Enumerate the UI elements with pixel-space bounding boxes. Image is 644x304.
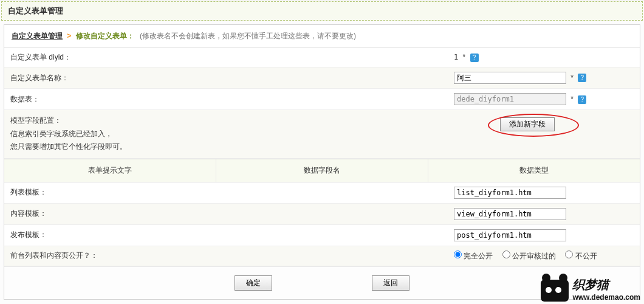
breadcrumb-separator-icon: > — [64, 32, 74, 40]
main-panel: 自定义表单管理 > 修改自定义表单： (修改表名不会创建新表，如果您不懂手工处理… — [4, 24, 640, 300]
required-star: * — [461, 53, 468, 61]
breadcrumb: 自定义表单管理 > 修改自定义表单： (修改表名不会创建新表，如果您不懂手工处理… — [4, 25, 640, 48]
ok-button[interactable]: 确定 — [235, 275, 272, 291]
table-label: 数据表： — [4, 89, 448, 110]
col-header-datatype: 数据类型 — [428, 159, 640, 182]
watermark-url: www.dedemao.com — [572, 293, 640, 302]
list-tpl-label: 列表模板： — [4, 182, 448, 204]
page-header-panel: 自定义表单管理 — [1, 1, 643, 21]
post-tpl-input[interactable] — [454, 229, 566, 241]
public-radio-none[interactable] — [565, 250, 573, 258]
breadcrumb-link[interactable]: 自定义表单管理 — [12, 32, 63, 40]
watermark: 织梦猫 www.dedemao.com — [541, 277, 640, 302]
cat-logo-icon — [541, 280, 569, 302]
public-option-none[interactable]: 不公开 — [565, 252, 597, 260]
public-radio-audited[interactable] — [502, 250, 510, 258]
public-radio-full[interactable] — [454, 250, 462, 258]
form-table: 自定义表单 diyid： 1 * ? 自定义表单名称： * ? 数据表： — [4, 48, 640, 159]
template-table: 列表模板： 内容模板： 发布模板： 前台列表和内容页公开？： 完全公开 公开审核… — [4, 182, 640, 266]
help-icon[interactable]: ? — [578, 74, 586, 82]
help-icon[interactable]: ? — [470, 54, 479, 62]
breadcrumb-note: (修改表名不会创建新表，如果您不懂手工处理这些表，请不要更改) — [136, 32, 356, 40]
col-header-prompt: 表单提示文字 — [4, 159, 216, 182]
public-label: 前台列表和内容页公开？： — [4, 246, 448, 266]
table-input — [454, 93, 566, 105]
breadcrumb-current: 修改自定义表单： — [76, 32, 134, 40]
content-tpl-input[interactable] — [454, 208, 566, 220]
page-title: 自定义表单管理 — [8, 5, 636, 16]
field-config-desc2: 您只需要增加其它个性化字段即可。 — [10, 140, 634, 154]
list-tpl-input[interactable] — [454, 187, 566, 199]
required-star: * — [568, 74, 576, 82]
field-column-headers: 表单提示文字 数据字段名 数据类型 — [4, 159, 640, 182]
diyid-value: 1 — [454, 53, 458, 61]
content-tpl-label: 内容模板： — [4, 203, 448, 224]
name-label: 自定义表单名称： — [4, 67, 448, 89]
help-icon[interactable]: ? — [578, 95, 586, 104]
public-option-audited[interactable]: 公开审核过的 — [502, 252, 556, 260]
required-star: * — [568, 95, 576, 103]
name-input[interactable] — [454, 72, 566, 84]
public-option-full[interactable]: 完全公开 — [454, 252, 493, 260]
col-header-fieldname: 数据字段名 — [216, 159, 428, 182]
add-field-button[interactable]: 添加新字段 — [500, 117, 555, 131]
watermark-name: 织梦猫 — [572, 277, 640, 293]
diyid-label: 自定义表单 diyid： — [4, 48, 448, 67]
post-tpl-label: 发布模板： — [4, 224, 448, 246]
back-button[interactable]: 返回 — [372, 275, 409, 291]
